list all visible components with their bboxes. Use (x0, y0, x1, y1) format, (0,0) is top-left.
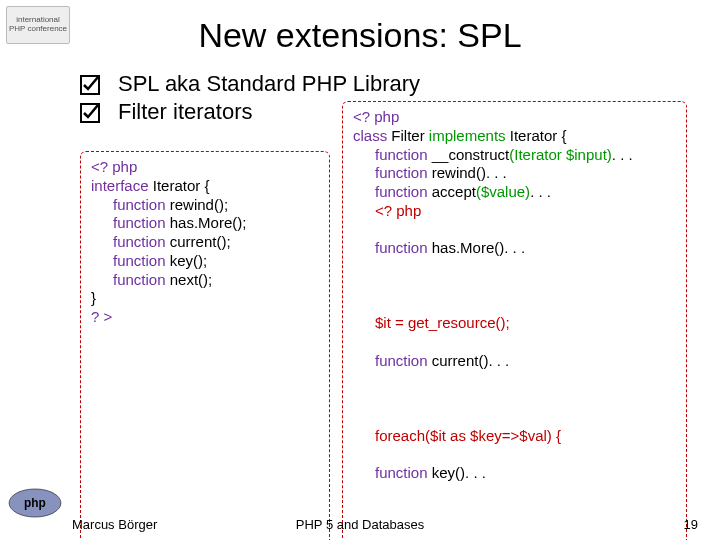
footer-author: Marcus Börger (72, 517, 157, 532)
page-number: 19 (684, 517, 698, 532)
svg-text:php: php (24, 496, 46, 510)
slide-title: New extensions: SPL (22, 16, 698, 55)
code-line: function accept($value). . . (375, 183, 676, 202)
slide: international PHP conference New extensi… (0, 0, 720, 540)
bullet-text: Filter iterators (118, 99, 252, 125)
bullet-text: SPL aka Standard PHP Library (118, 71, 420, 97)
code-line: class Filter implements Iterator { (353, 127, 676, 146)
code-line: <? php (91, 158, 319, 177)
params: ($value) (476, 183, 530, 200)
overlapped-line: function has.More(). . . <? php (375, 202, 676, 315)
code-line: ? > (91, 308, 319, 327)
code-line: function rewind(). . . (375, 164, 676, 183)
code-box-iterator-interface: <? php interface Iterator { function rew… (80, 151, 330, 540)
code-box-filter-class: <? php class Filter implements Iterator … (342, 101, 687, 540)
conference-logo: international PHP conference (6, 6, 70, 44)
code-line: function next(); (113, 271, 319, 290)
code-line: interface Iterator { (91, 177, 319, 196)
php-logo-icon: php (8, 486, 62, 520)
code-row: <? php interface Iterator { function rew… (80, 131, 698, 540)
overlay-text: foreach($it as $key=>$val) { (375, 427, 561, 446)
bullet-item: SPL aka Standard PHP Library (80, 71, 698, 97)
overlay-text: $it = get_resource(); (375, 314, 510, 333)
code-line: function has.More(); (113, 214, 319, 233)
footer-title: PHP 5 and Databases (296, 517, 424, 532)
code-line: function current(); (113, 233, 319, 252)
checkbox-checked-icon (80, 75, 100, 95)
code-line: function rewind(); (113, 196, 319, 215)
ellipsis: . . . (530, 183, 551, 200)
ellipsis: . . . (612, 146, 633, 163)
code-line: } (91, 289, 319, 308)
checkbox-checked-icon (80, 103, 100, 123)
overlapped-line: function current(). . . $it = get_resour… (375, 314, 676, 427)
keyword: implements (429, 127, 506, 144)
params: (Iterator $input) (509, 146, 612, 163)
overlay-text: <? php (375, 202, 421, 221)
footer: Marcus Börger PHP 5 and Databases 19 (0, 517, 720, 532)
code-line: <? php (353, 108, 676, 127)
code-line: function key(); (113, 252, 319, 271)
code-line: function __construct(Iterator $input). .… (375, 146, 676, 165)
